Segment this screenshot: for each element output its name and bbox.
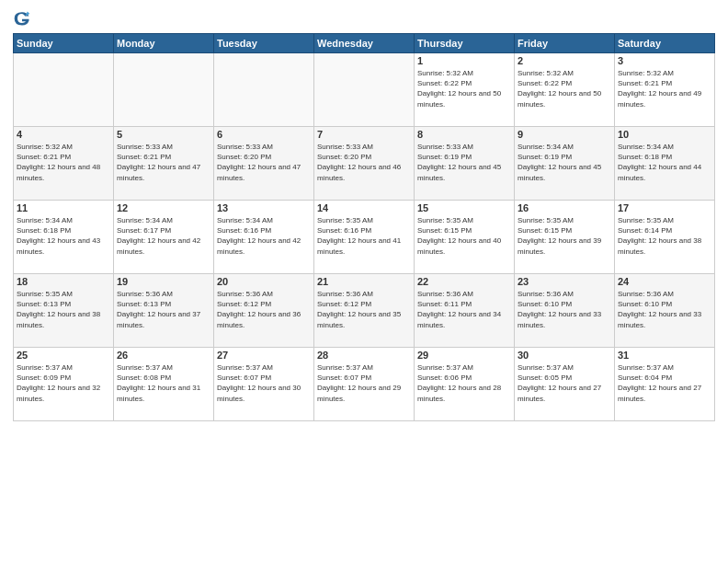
calendar-cell — [214, 53, 314, 127]
calendar-row-0: 1Sunrise: 5:32 AMSunset: 6:22 PMDaylight… — [14, 53, 715, 127]
page: SundayMondayTuesdayWednesdayThursdayFrid… — [0, 0, 728, 563]
weekday-header-thursday: Thursday — [415, 34, 515, 53]
calendar-cell: 11Sunrise: 5:34 AMSunset: 6:18 PMDayligh… — [14, 201, 114, 274]
cell-content: Sunrise: 5:37 AMSunset: 6:07 PMDaylight:… — [317, 362, 411, 404]
weekday-header-wednesday: Wednesday — [314, 34, 415, 53]
cell-content: Sunrise: 5:32 AMSunset: 6:22 PMDaylight:… — [417, 68, 511, 109]
calendar-cell: 17Sunrise: 5:35 AMSunset: 6:14 PMDayligh… — [615, 201, 715, 274]
day-number: 16 — [518, 202, 611, 213]
weekday-header-saturday: Saturday — [615, 34, 715, 53]
cell-content: Sunrise: 5:37 AMSunset: 6:06 PMDaylight:… — [417, 362, 511, 404]
cell-content: Sunrise: 5:33 AMSunset: 6:20 PMDaylight:… — [317, 142, 411, 183]
weekday-header-monday: Monday — [114, 34, 214, 53]
day-number: 2 — [518, 55, 611, 66]
calendar-cell: 29Sunrise: 5:37 AMSunset: 6:06 PMDayligh… — [415, 348, 515, 421]
day-number: 26 — [117, 350, 210, 361]
cell-content: Sunrise: 5:36 AMSunset: 6:10 PMDaylight:… — [618, 289, 711, 330]
cell-content: Sunrise: 5:37 AMSunset: 6:07 PMDaylight:… — [217, 362, 311, 404]
day-number: 12 — [117, 202, 210, 213]
calendar-cell: 15Sunrise: 5:35 AMSunset: 6:15 PMDayligh… — [415, 201, 515, 274]
calendar-cell: 2Sunrise: 5:32 AMSunset: 6:22 PMDaylight… — [515, 53, 615, 127]
calendar-cell: 1Sunrise: 5:32 AMSunset: 6:22 PMDaylight… — [415, 53, 515, 127]
calendar-cell: 21Sunrise: 5:36 AMSunset: 6:12 PMDayligh… — [314, 274, 415, 348]
calendar-cell: 5Sunrise: 5:33 AMSunset: 6:21 PMDaylight… — [114, 127, 214, 201]
calendar-cell: 3Sunrise: 5:32 AMSunset: 6:21 PMDaylight… — [615, 53, 715, 127]
calendar-cell: 25Sunrise: 5:37 AMSunset: 6:09 PMDayligh… — [14, 348, 114, 421]
calendar-cell: 28Sunrise: 5:37 AMSunset: 6:07 PMDayligh… — [314, 348, 415, 421]
calendar-cell: 20Sunrise: 5:36 AMSunset: 6:12 PMDayligh… — [214, 274, 314, 348]
cell-content: Sunrise: 5:34 AMSunset: 6:18 PMDaylight:… — [618, 142, 711, 183]
day-number: 19 — [117, 276, 210, 287]
day-number: 5 — [117, 129, 210, 140]
logo-icon — [13, 9, 31, 28]
calendar-cell: 14Sunrise: 5:35 AMSunset: 6:16 PMDayligh… — [314, 201, 415, 274]
calendar-cell: 18Sunrise: 5:35 AMSunset: 6:13 PMDayligh… — [14, 274, 114, 348]
calendar-cell — [314, 53, 415, 127]
calendar-row-3: 18Sunrise: 5:35 AMSunset: 6:13 PMDayligh… — [14, 274, 715, 348]
logo — [13, 9, 35, 28]
day-number: 14 — [317, 202, 411, 213]
day-number: 8 — [417, 129, 511, 140]
cell-content: Sunrise: 5:36 AMSunset: 6:10 PMDaylight:… — [518, 289, 611, 330]
day-number: 6 — [217, 129, 311, 140]
weekday-header-tuesday: Tuesday — [214, 34, 314, 53]
cell-content: Sunrise: 5:36 AMSunset: 6:12 PMDaylight:… — [317, 289, 411, 330]
day-number: 28 — [317, 350, 411, 361]
calendar-cell: 30Sunrise: 5:37 AMSunset: 6:05 PMDayligh… — [515, 348, 615, 421]
calendar-row-4: 25Sunrise: 5:37 AMSunset: 6:09 PMDayligh… — [14, 348, 715, 421]
weekday-header-friday: Friday — [515, 34, 615, 53]
cell-content: Sunrise: 5:35 AMSunset: 6:16 PMDaylight:… — [317, 215, 411, 257]
day-number: 11 — [17, 202, 110, 213]
calendar-cell: 9Sunrise: 5:34 AMSunset: 6:19 PMDaylight… — [515, 127, 615, 201]
day-number: 31 — [618, 350, 711, 361]
day-number: 29 — [417, 350, 511, 361]
calendar-cell: 10Sunrise: 5:34 AMSunset: 6:18 PMDayligh… — [615, 127, 715, 201]
cell-content: Sunrise: 5:36 AMSunset: 6:12 PMDaylight:… — [217, 289, 311, 330]
calendar-cell: 19Sunrise: 5:36 AMSunset: 6:13 PMDayligh… — [114, 274, 214, 348]
calendar-cell: 12Sunrise: 5:34 AMSunset: 6:17 PMDayligh… — [114, 201, 214, 274]
calendar-cell: 27Sunrise: 5:37 AMSunset: 6:07 PMDayligh… — [214, 348, 314, 421]
day-number: 15 — [417, 202, 511, 213]
cell-content: Sunrise: 5:35 AMSunset: 6:14 PMDaylight:… — [618, 215, 711, 257]
cell-content: Sunrise: 5:37 AMSunset: 6:04 PMDaylight:… — [618, 362, 711, 404]
day-number: 18 — [17, 276, 110, 287]
day-number: 22 — [417, 276, 511, 287]
cell-content: Sunrise: 5:37 AMSunset: 6:05 PMDaylight:… — [518, 362, 611, 404]
calendar-cell: 4Sunrise: 5:32 AMSunset: 6:21 PMDaylight… — [14, 127, 114, 201]
day-number: 27 — [217, 350, 311, 361]
calendar-cell: 24Sunrise: 5:36 AMSunset: 6:10 PMDayligh… — [615, 274, 715, 348]
day-number: 23 — [518, 276, 611, 287]
calendar-cell: 13Sunrise: 5:34 AMSunset: 6:16 PMDayligh… — [214, 201, 314, 274]
day-number: 10 — [618, 129, 711, 140]
header — [13, 9, 715, 28]
day-number: 1 — [417, 55, 511, 66]
weekday-header-sunday: Sunday — [14, 34, 114, 53]
cell-content: Sunrise: 5:36 AMSunset: 6:11 PMDaylight:… — [417, 289, 511, 330]
cell-content: Sunrise: 5:35 AMSunset: 6:15 PMDaylight:… — [518, 215, 611, 257]
cell-content: Sunrise: 5:32 AMSunset: 6:21 PMDaylight:… — [17, 142, 110, 183]
cell-content: Sunrise: 5:32 AMSunset: 6:21 PMDaylight:… — [618, 68, 711, 109]
calendar-row-2: 11Sunrise: 5:34 AMSunset: 6:18 PMDayligh… — [14, 201, 715, 274]
cell-content: Sunrise: 5:34 AMSunset: 6:19 PMDaylight:… — [518, 142, 611, 183]
cell-content: Sunrise: 5:32 AMSunset: 6:22 PMDaylight:… — [518, 68, 611, 109]
cell-content: Sunrise: 5:33 AMSunset: 6:19 PMDaylight:… — [417, 142, 511, 183]
calendar-cell: 26Sunrise: 5:37 AMSunset: 6:08 PMDayligh… — [114, 348, 214, 421]
day-number: 20 — [217, 276, 311, 287]
cell-content: Sunrise: 5:33 AMSunset: 6:21 PMDaylight:… — [117, 142, 210, 183]
cell-content: Sunrise: 5:34 AMSunset: 6:16 PMDaylight:… — [217, 215, 311, 257]
cell-content: Sunrise: 5:35 AMSunset: 6:15 PMDaylight:… — [417, 215, 511, 257]
cell-content: Sunrise: 5:33 AMSunset: 6:20 PMDaylight:… — [217, 142, 311, 183]
calendar-cell: 23Sunrise: 5:36 AMSunset: 6:10 PMDayligh… — [515, 274, 615, 348]
day-number: 17 — [618, 202, 711, 213]
cell-content: Sunrise: 5:36 AMSunset: 6:13 PMDaylight:… — [117, 289, 210, 330]
day-number: 25 — [17, 350, 110, 361]
cell-content: Sunrise: 5:37 AMSunset: 6:09 PMDaylight:… — [17, 362, 110, 404]
calendar-cell — [14, 53, 114, 127]
cell-content: Sunrise: 5:34 AMSunset: 6:18 PMDaylight:… — [17, 215, 110, 257]
cell-content: Sunrise: 5:37 AMSunset: 6:08 PMDaylight:… — [117, 362, 210, 404]
day-number: 3 — [618, 55, 711, 66]
day-number: 24 — [618, 276, 711, 287]
calendar-cell: 16Sunrise: 5:35 AMSunset: 6:15 PMDayligh… — [515, 201, 615, 274]
day-number: 4 — [17, 129, 110, 140]
weekday-header-row: SundayMondayTuesdayWednesdayThursdayFrid… — [14, 34, 715, 53]
